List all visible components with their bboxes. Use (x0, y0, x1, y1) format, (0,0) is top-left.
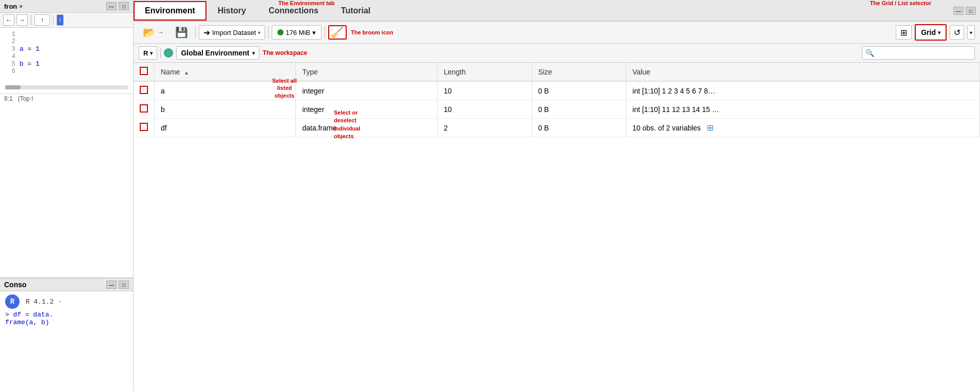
row-df-value: 10 obs. of 2 variables ⊞ (626, 119, 980, 137)
toolbar-divider3 (325, 26, 325, 39)
row-df-checkbox-cell[interactable] (134, 119, 155, 137)
console-maximize-button[interactable]: □ (119, 281, 129, 289)
search-box[interactable]: 🔍 (862, 46, 975, 60)
editor-tab-bar: fron » — □ (0, 0, 133, 13)
save-icon: 💾 (175, 26, 188, 39)
row-b-length: 10 (437, 100, 532, 119)
tab-bar: Environment History Connections Tutorial… (134, 0, 980, 22)
broom-annotation: The broom icon (351, 29, 393, 35)
minimize-button[interactable]: — (106, 2, 117, 10)
right-maximize-button[interactable]: □ (966, 7, 976, 15)
search-input[interactable] (876, 49, 971, 57)
console-cmd2: frame(a, b) (5, 319, 128, 326)
row-a-checkbox-cell[interactable] (134, 81, 155, 100)
row-b-type: integer (296, 100, 437, 119)
globe-icon (164, 48, 173, 58)
main-toolbar-container: 📂 → 💾 ➜ Import Dataset ▾ 176 (134, 22, 980, 44)
import-dataset-button[interactable]: ➜ Import Dataset ▾ (199, 25, 265, 40)
open-folder-button[interactable]: 📂 → (139, 25, 168, 40)
scrollbar-thumb[interactable] (5, 85, 21, 89)
toolbar-divider1 (195, 26, 196, 39)
grid-view-icon-button[interactable]: ⊞ (896, 25, 912, 40)
workspace-annotation: The workspace (262, 49, 307, 57)
save-button[interactable]: 💾 (171, 25, 192, 40)
tab-history[interactable]: History (206, 1, 257, 21)
environment-selector[interactable]: Global Environment ▾ (176, 46, 259, 60)
refresh-button[interactable]: ↺ (950, 25, 964, 40)
horizontal-scrollbar[interactable] (5, 85, 128, 89)
row-b-value: int [1:10] 11 12 13 14 15 … (626, 100, 980, 119)
row-a-type: integer (296, 81, 437, 100)
row-df-type: data.frame (296, 119, 437, 137)
divider (31, 15, 31, 25)
row-df-length: 2 (437, 119, 532, 137)
code-line-5: 5 b = 1 (5, 60, 128, 68)
forward-button[interactable]: → (16, 14, 28, 26)
grid-dropdown-button[interactable]: Grid ▾ (916, 25, 946, 40)
refresh-arrow-button[interactable]: ▾ (967, 25, 975, 40)
r-dropdown-arrow: ▾ (150, 50, 153, 56)
toolbar-divider2 (268, 26, 269, 39)
row-b-name: b (155, 100, 296, 119)
row-df-size: 0 B (532, 119, 626, 137)
row-a-value: int [1:10] 1 2 3 4 5 6 7 8… (626, 81, 980, 100)
back-button[interactable]: ← (3, 14, 14, 26)
tab-environment[interactable]: Environment (134, 1, 206, 21)
length-column-header[interactable]: Length (437, 63, 532, 81)
table-row: df data.frame 2 0 B 10 obs. of 2 variabl… (134, 119, 980, 137)
memory-indicator (277, 29, 284, 35)
code-editor[interactable]: 1 2 3 a = 1 4 5 b = 1 (0, 28, 133, 94)
console-cmd1: > df = data. (5, 311, 128, 319)
row-b-size: 0 B (532, 100, 626, 119)
memory-button[interactable]: 176 MiB ▾ (272, 25, 322, 40)
tab-connections[interactable]: Connections (257, 1, 330, 21)
console-content: R R 4.1.2 · > df = data. frame(a, b) (0, 291, 133, 329)
row-a-name: a (155, 81, 296, 100)
broom-button[interactable]: 🧹 (328, 25, 347, 40)
editor-toolbar: ← → ↑ | (0, 13, 133, 28)
folder-arrow: → (158, 29, 164, 36)
spreadsheet-icon[interactable]: ⊞ (707, 123, 713, 132)
row-b-checkbox[interactable] (140, 104, 148, 113)
editor-panel: fron » — □ ← → ↑ | 1 (0, 0, 133, 278)
select-all-header[interactable] (134, 63, 155, 81)
tab-bar-icons: — □ (953, 1, 980, 21)
code-line-1: 1 (5, 31, 128, 38)
table-row: b integer 10 0 B int [1:10] 11 12 13 14 … (134, 100, 980, 119)
row-b-checkbox-cell[interactable] (134, 100, 155, 119)
r-logo: R (5, 294, 20, 309)
value-column-header[interactable]: Value (626, 63, 980, 81)
import-arrow: ▾ (258, 30, 260, 35)
left-panel: fron » — □ ← → ↑ | 1 (0, 0, 134, 391)
grid-icon: ⊞ (900, 28, 907, 38)
code-line-6: 6 (5, 68, 128, 75)
select-all-checkbox[interactable] (140, 67, 148, 75)
maximize-button[interactable]: □ (119, 2, 129, 10)
size-column-header[interactable]: Size (532, 63, 626, 81)
extra-button[interactable]: | (56, 14, 64, 26)
table-wrapper: Select all listed objects Select or dese… (134, 63, 980, 391)
chevron-right-icon: » (19, 3, 23, 10)
grid-selector[interactable]: Grid ▾ (915, 24, 947, 41)
name-column-header[interactable]: Name ▲ (155, 63, 296, 81)
table-row: a integer 10 0 B int [1:10] 1 2 3 4 5 6 … (134, 81, 980, 100)
editor-tab-label: fron (4, 3, 17, 10)
tab-tutorial[interactable]: Tutorial (330, 1, 382, 21)
grid-dropdown-arrow: ▾ (938, 30, 940, 35)
env-divider (160, 48, 161, 58)
env-toolbar: R ▾ Global Environment ▾ The workspace 🔍 (134, 44, 980, 63)
type-column-header[interactable]: Type (296, 63, 437, 81)
row-df-checkbox[interactable] (140, 123, 148, 131)
sort-arrow: ▲ (184, 70, 189, 76)
row-a-checkbox[interactable] (140, 86, 148, 94)
import-icon: ➜ (203, 28, 210, 38)
console-minimize-button[interactable]: — (106, 281, 117, 289)
right-minimize-button[interactable]: — (953, 7, 964, 15)
row-df-name: df (155, 119, 296, 137)
source-button[interactable]: ↑ (34, 14, 50, 26)
r-language-button[interactable]: R ▾ (139, 46, 157, 60)
code-line-2: 2 (5, 38, 128, 45)
broom-icon: 🧹 (331, 26, 344, 39)
console-panel: Conso — □ R R 4.1.2 · > df = data. frame… (0, 278, 133, 391)
row-a-size: 0 B (532, 81, 626, 100)
